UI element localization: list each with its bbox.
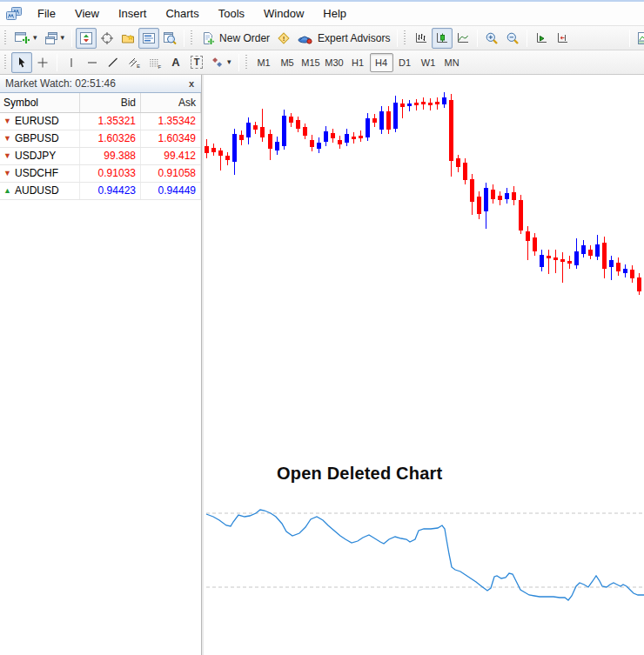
market-watch-icon — [79, 31, 93, 45]
timeframe-m30-button[interactable]: M30 — [323, 53, 346, 72]
menu-help[interactable]: Help — [313, 3, 356, 25]
profiles-button[interactable]: ▾ — [41, 28, 69, 49]
separator — [184, 30, 184, 47]
timeframe-w1-button[interactable]: W1 — [417, 53, 440, 72]
chart-shift-button[interactable] — [552, 28, 573, 49]
new-order-button[interactable]: New Order — [198, 28, 273, 49]
toolbar-grip[interactable] — [3, 30, 8, 46]
expert-advisors-button[interactable]: Expert Advisors — [294, 28, 393, 49]
equidistant-channel-icon: E — [127, 56, 141, 70]
navigator-button[interactable] — [117, 28, 138, 49]
candlestick-mode-button[interactable] — [432, 28, 453, 49]
market-watch-row-gbpusd[interactable]: ▼GBPUSD 1.60326 1.60349 — [0, 130, 201, 148]
alert-diamond-icon: ! — [277, 31, 291, 45]
trend-arrow-icon: ▼ — [3, 113, 15, 130]
auto-scroll-icon — [534, 31, 548, 45]
drawing-toolbar: E F A T ▾ M1 M5 — [0, 50, 644, 75]
equidistant-channel-tool-button[interactable]: E — [124, 52, 144, 73]
terminal-list-icon — [142, 31, 156, 45]
column-header-symbol[interactable]: Symbol — [0, 93, 80, 112]
bid-value: 0.91033 — [80, 165, 141, 182]
timeframe-m1-button[interactable]: M1 — [252, 53, 276, 72]
new-chart-button[interactable]: ▾ — [11, 28, 41, 49]
timeframe-h1-button[interactable]: H1 — [346, 53, 370, 72]
auto-scroll-button[interactable] — [531, 28, 552, 49]
bar-chart-icon — [414, 31, 428, 45]
market-watch-row-audusd[interactable]: ▲AUDUSD 0.94423 0.94449 — [0, 183, 201, 200]
bar-chart-mode-button[interactable] — [411, 28, 432, 49]
timeframe-h4-button[interactable]: H4 — [370, 53, 393, 72]
ask-value: 0.94449 — [141, 183, 201, 199]
fibonacci-tool-button[interactable]: F — [144, 52, 165, 73]
toolbar-grip[interactable] — [245, 55, 249, 70]
cursor-icon — [15, 56, 29, 70]
ask-value: 99.412 — [141, 148, 201, 164]
text-tool-button[interactable]: A — [165, 52, 186, 73]
timeframe-mn-button[interactable]: MN — [440, 53, 464, 72]
column-header-ask[interactable]: Ask — [141, 93, 201, 112]
timeframe-d1-button[interactable]: D1 — [393, 53, 417, 72]
mt4-window: File View Insert Charts Tools Window Hel… — [0, 0, 644, 655]
symbol-label: GBPUSD — [15, 130, 59, 147]
chart-pane[interactable]: Open Deleted Chart — [202, 75, 644, 655]
symbol-label: EURUSD — [15, 113, 59, 130]
market-watch-header: Symbol Bid Ask — [0, 93, 201, 113]
market-watch-toggle-button[interactable] — [76, 28, 97, 49]
zoom-in-icon — [485, 31, 499, 45]
menu-charts[interactable]: Charts — [156, 3, 208, 25]
expert-advisors-label: Expert Advisors — [318, 32, 390, 44]
strategy-tester-button[interactable] — [159, 28, 180, 49]
horizontal-line-tool-button[interactable] — [82, 52, 103, 73]
metaquotes-alert-button[interactable]: ! — [273, 28, 294, 49]
toolbar-grip[interactable] — [403, 30, 407, 46]
new-order-label: New Order — [219, 32, 270, 44]
close-icon[interactable]: x — [187, 78, 196, 89]
market-watch-title: Market Watch: 02:51:46 — [5, 77, 187, 90]
vertical-line-tool-button[interactable] — [61, 52, 82, 73]
timeframe-m5-button[interactable]: M5 — [276, 53, 299, 72]
app-logo-icon — [5, 7, 23, 21]
column-header-bid[interactable]: Bid — [80, 93, 141, 112]
trendline-icon — [106, 56, 120, 70]
ask-value: 1.35342 — [141, 113, 201, 130]
menu-window[interactable]: Window — [254, 3, 313, 25]
toolbar-grip[interactable] — [3, 55, 8, 70]
menu-insert[interactable]: Insert — [109, 3, 157, 25]
timeframe-m15-button[interactable]: M15 — [299, 53, 323, 72]
line-chart-mode-button[interactable] — [453, 28, 473, 49]
expert-advisors-hat-icon — [298, 31, 313, 45]
data-window-button[interactable] — [97, 28, 117, 49]
menu-file[interactable]: File — [28, 3, 65, 25]
zoom-out-button[interactable] — [502, 28, 523, 49]
symbol-label: AUDUSD — [15, 183, 59, 199]
trendline-tool-button[interactable] — [103, 52, 124, 73]
crosshair-target-icon — [100, 31, 114, 45]
market-watch-row-usdchf[interactable]: ▼USDCHF 0.91033 0.91058 — [0, 165, 201, 183]
bid-value: 99.388 — [80, 148, 141, 164]
bid-value: 1.60326 — [80, 130, 141, 147]
separator — [397, 30, 398, 47]
chevron-down-icon: ▾ — [33, 34, 37, 42]
menu-view[interactable]: View — [65, 3, 109, 25]
text-label-tool-button[interactable]: T — [186, 52, 207, 73]
market-watch-titlebar[interactable]: Market Watch: 02:51:46 x — [0, 75, 201, 93]
symbol-label: USDCHF — [15, 165, 58, 182]
zoom-in-button[interactable] — [481, 28, 502, 49]
vertical-line-icon — [64, 56, 78, 70]
folder-star-icon — [121, 31, 135, 45]
menu-tools[interactable]: Tools — [209, 3, 254, 25]
price-and-indicator-chart[interactable] — [204, 75, 644, 655]
symbol-label: USDJPY — [15, 148, 56, 164]
chart-overlay-caption: Open Deleted Chart — [277, 464, 442, 484]
cursor-tool-button[interactable] — [11, 52, 32, 73]
arrows-tool-button[interactable]: ▾ — [207, 52, 235, 73]
terminal-toggle-button[interactable] — [138, 28, 159, 49]
crosshair-tool-button[interactable] — [32, 52, 53, 73]
toolbar-grip[interactable] — [190, 30, 194, 46]
chevron-down-icon: ▾ — [61, 34, 65, 42]
market-watch-row-eurusd[interactable]: ▼EURUSD 1.35321 1.35342 — [0, 113, 201, 130]
new-chart-icon — [15, 31, 30, 45]
market-watch-row-usdjpy[interactable]: ▼USDJPY 99.388 99.412 — [0, 148, 201, 165]
svg-text:F: F — [158, 63, 162, 69]
indicators-button[interactable] — [634, 28, 644, 49]
